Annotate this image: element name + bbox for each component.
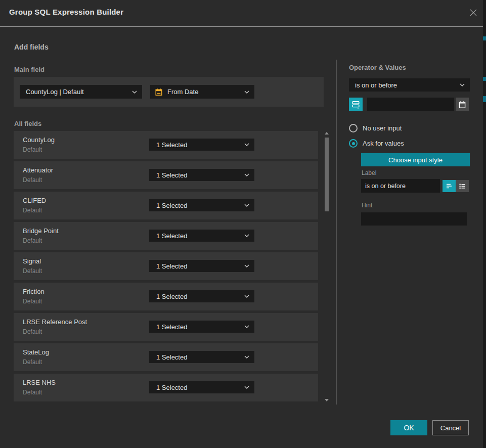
field-layer-sub: Default — [23, 328, 42, 335]
field-layer-sub: Default — [23, 389, 42, 396]
operator-dropdown-value: is on or before — [355, 81, 397, 89]
scrollbar-thumb[interactable] — [325, 138, 329, 211]
field-name: Signal — [23, 257, 41, 265]
add-fields-heading: Add fields — [14, 43, 49, 51]
list-style-button[interactable] — [456, 180, 469, 192]
field-selection-value: 1 Selected — [156, 293, 187, 300]
field-name: Attenuator — [23, 166, 53, 174]
field-layer-sub: Default — [23, 298, 42, 305]
close-button[interactable] — [468, 7, 479, 18]
value-input[interactable] — [367, 98, 454, 111]
radio-icon — [349, 139, 358, 148]
scrollbar-down-arrow[interactable] — [325, 399, 329, 401]
field-selection-dropdown[interactable]: 1 Selected — [149, 321, 254, 333]
hint-input[interactable] — [361, 212, 467, 226]
chevron-down-icon — [244, 386, 249, 389]
field-name: Bridge Point — [23, 227, 59, 235]
field-row: LRSE NHS Default 1 Selected — [14, 374, 318, 401]
date-calendar-icon — [155, 88, 163, 96]
value-input-type-button[interactable] — [349, 98, 363, 111]
main-field-panel: CountyLog | Default From Date — [14, 77, 324, 107]
operator-values-heading: Operator & Values — [349, 64, 406, 71]
chevron-down-icon — [244, 325, 249, 328]
cancel-button[interactable]: Cancel — [432, 420, 469, 435]
field-selection-value: 1 Selected — [156, 141, 187, 149]
field-layer-sub: Default — [23, 359, 42, 366]
operator-dropdown[interactable]: is on or before — [349, 78, 470, 92]
value-date-picker-button[interactable] — [456, 98, 469, 111]
field-selection-dropdown[interactable]: 1 Selected — [149, 290, 254, 302]
field-row: LRSE Reference Post Default 1 Selected — [14, 313, 318, 341]
radio-no-user-input[interactable]: No user input — [349, 124, 402, 132]
scrollbar-up-arrow[interactable] — [325, 132, 329, 135]
field-selection-value: 1 Selected — [156, 262, 187, 270]
all-fields-list: CountyLog Default 1 Selected Attenuator … — [14, 131, 318, 401]
chevron-down-icon — [244, 295, 249, 298]
all-fields-heading: All fields — [14, 120, 41, 127]
main-field-dropdown[interactable]: From Date — [150, 85, 254, 99]
chevron-down-icon — [244, 91, 249, 94]
field-row: CountyLog Default 1 Selected — [14, 131, 318, 159]
radio-icon — [349, 124, 358, 132]
chevron-down-icon — [244, 355, 249, 359]
field-row: Bridge Point Default 1 Selected — [14, 222, 318, 250]
radio-no-user-input-label: No user input — [363, 124, 402, 132]
field-selection-dropdown[interactable]: 1 Selected — [149, 381, 254, 393]
field-selection-dropdown[interactable]: 1 Selected — [149, 230, 254, 242]
single-line-style-button[interactable] — [443, 180, 456, 192]
choose-input-style-button[interactable]: Choose input style — [361, 153, 470, 166]
field-row: Attenuator Default 1 Selected — [14, 161, 318, 189]
field-name: CLIFED — [23, 197, 46, 204]
background-fragment — [483, 36, 486, 40]
chevron-down-icon — [244, 204, 249, 207]
main-field-heading: Main field — [14, 66, 45, 73]
main-field-dropdown-value: From Date — [167, 88, 198, 96]
background-app-edge — [483, 0, 486, 448]
chevron-down-icon — [244, 173, 249, 176]
label-input[interactable] — [361, 179, 440, 193]
label-caption: Label — [362, 169, 376, 176]
field-selection-dropdown[interactable]: 1 Selected — [149, 169, 254, 181]
chevron-down-icon — [132, 91, 137, 94]
field-name: CountyLog — [23, 136, 55, 144]
field-selection-value: 1 Selected — [156, 202, 187, 209]
field-row: CLIFED Default 1 Selected — [14, 192, 318, 219]
field-selection-dropdown[interactable]: 1 Selected — [149, 351, 254, 363]
field-name: LRSE NHS — [23, 379, 56, 386]
field-row: Friction Default 1 Selected — [14, 283, 318, 310]
field-row: Signal Default 1 Selected — [14, 252, 318, 280]
field-layer-sub: Default — [23, 267, 42, 275]
field-selection-value: 1 Selected — [156, 232, 187, 240]
field-name: LRSE Reference Post — [23, 318, 87, 326]
align-lines-icon — [445, 182, 453, 190]
field-layer-sub: Default — [23, 237, 42, 244]
chevron-down-icon — [244, 264, 249, 267]
field-selection-value: 1 Selected — [156, 353, 187, 361]
bullet-list-icon — [458, 182, 466, 190]
field-layer-sub: Default — [23, 176, 42, 184]
background-fragment — [483, 77, 486, 81]
chevron-down-icon — [244, 143, 249, 146]
group-sql-expression-builder-dialog: Group SQL Expression Builder Add fields … — [0, 0, 483, 448]
calendar-icon — [458, 101, 466, 109]
panel-divider — [336, 60, 337, 405]
chevron-down-icon — [460, 83, 465, 86]
field-name: Friction — [23, 288, 45, 295]
radio-ask-for-values-label: Ask for values — [363, 140, 404, 147]
field-selection-dropdown[interactable]: 1 Selected — [149, 199, 254, 211]
ok-button[interactable]: OK — [390, 420, 427, 435]
field-selection-dropdown[interactable]: 1 Selected — [149, 260, 254, 272]
field-selection-value: 1 Selected — [156, 384, 187, 391]
field-row: StateLog Default 1 Selected — [14, 343, 318, 371]
field-name: StateLog — [23, 348, 49, 356]
main-layer-dropdown[interactable]: CountyLog | Default — [20, 85, 142, 99]
hint-caption: Hint — [362, 202, 372, 209]
field-selection-value: 1 Selected — [156, 323, 187, 331]
background-fragment — [483, 96, 486, 102]
field-layer-sub: Default — [23, 146, 42, 153]
field-selection-value: 1 Selected — [156, 171, 187, 179]
radio-ask-for-values[interactable]: Ask for values — [349, 139, 404, 148]
close-icon — [469, 9, 477, 17]
field-selection-dropdown[interactable]: 1 Selected — [149, 139, 254, 151]
dialog-titlebar: Group SQL Expression Builder — [0, 0, 483, 27]
